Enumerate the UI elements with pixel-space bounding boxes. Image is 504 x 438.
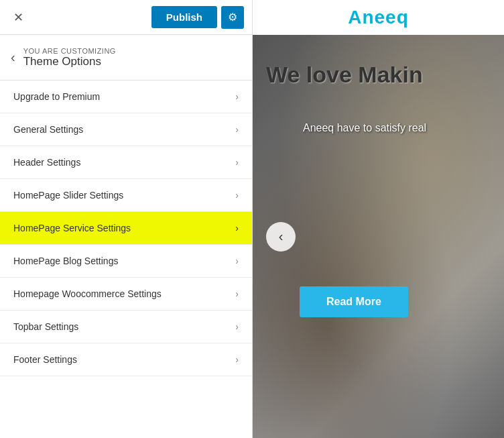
- menu-item-homepage-woo[interactable]: Homepage Woocommerce Settings›: [0, 278, 252, 311]
- menu-item-label-header: Header Settings: [13, 157, 80, 168]
- publish-area: Publish ⚙: [151, 6, 244, 29]
- gear-icon: ⚙: [228, 11, 237, 23]
- menu-item-arrow-upgrade: ›: [235, 91, 239, 102]
- menu-item-homepage-slider[interactable]: HomePage Slider Settings›: [0, 179, 252, 212]
- menu-item-topbar[interactable]: Topbar Settings›: [0, 311, 252, 343]
- menu-item-upgrade[interactable]: Upgrade to Premium›: [0, 80, 252, 113]
- menu-item-homepage-service[interactable]: HomePage Service Settings›: [0, 212, 252, 245]
- menu-item-label-homepage-woo: Homepage Woocommerce Settings: [13, 288, 162, 299]
- back-button[interactable]: ‹: [11, 50, 15, 65]
- menu-item-label-upgrade: Upgrade to Premium: [13, 91, 100, 102]
- preview-header: Aneeq: [253, 0, 504, 35]
- read-more-button[interactable]: Read More: [300, 286, 408, 317]
- menu-item-arrow-general: ›: [235, 124, 239, 135]
- menu-item-arrow-topbar: ›: [235, 321, 239, 332]
- customizing-label: You are customizing: [23, 47, 116, 55]
- menu-item-label-topbar: Topbar Settings: [13, 321, 78, 332]
- menu-item-label-homepage-blog: HomePage Blog Settings: [13, 256, 118, 266]
- overlay-subtext: Aneeq have to satisfy real: [303, 122, 426, 134]
- publish-button[interactable]: Publish: [151, 6, 217, 28]
- menu-item-arrow-homepage-slider: ›: [235, 190, 239, 201]
- menu-item-label-homepage-service: HomePage Service Settings: [13, 223, 131, 233]
- theme-options-label: Theme Options: [23, 55, 116, 68]
- menu-item-general[interactable]: General Settings›: [0, 113, 252, 146]
- close-button[interactable]: ✕: [8, 7, 28, 28]
- menu-list: Upgrade to Premium›General Settings›Head…: [0, 80, 252, 438]
- prev-slide-button[interactable]: ‹: [266, 222, 296, 252]
- customizing-header: ‹ You are customizing Theme Options: [0, 35, 252, 80]
- menu-item-header[interactable]: Header Settings›: [0, 146, 252, 179]
- preview-title: Aneeq: [348, 7, 409, 28]
- gear-button[interactable]: ⚙: [221, 6, 244, 29]
- menu-item-homepage-blog[interactable]: HomePage Blog Settings›: [0, 245, 252, 278]
- top-bar: ✕ Publish ⚙: [0, 0, 252, 35]
- overlay-heading-area: We love Makin: [266, 62, 504, 88]
- back-arrow-icon: ‹: [11, 50, 15, 65]
- customizing-text: You are customizing Theme Options: [23, 47, 116, 68]
- right-panel: Aneeq We love Makin ‹ Aneeq have to sati…: [253, 0, 504, 438]
- preview-content: We love Makin ‹ Aneeq have to satisfy re…: [253, 35, 504, 438]
- menu-item-arrow-homepage-woo: ›: [235, 288, 239, 299]
- menu-item-arrow-homepage-blog: ›: [235, 256, 239, 266]
- menu-item-label-footer: Footer Settings: [13, 354, 77, 365]
- menu-item-arrow-homepage-service: ›: [235, 223, 239, 233]
- menu-item-arrow-footer: ›: [235, 354, 239, 365]
- menu-item-arrow-header: ›: [235, 157, 239, 168]
- left-panel: ✕ Publish ⚙ ‹ You are customizing Theme …: [0, 0, 253, 438]
- overlay-heading: We love Makin: [266, 62, 423, 87]
- menu-item-label-homepage-slider: HomePage Slider Settings: [13, 190, 123, 201]
- prev-arrow-icon: ‹: [279, 229, 284, 244]
- menu-item-label-general: General Settings: [13, 124, 83, 135]
- menu-item-footer[interactable]: Footer Settings›: [0, 343, 252, 376]
